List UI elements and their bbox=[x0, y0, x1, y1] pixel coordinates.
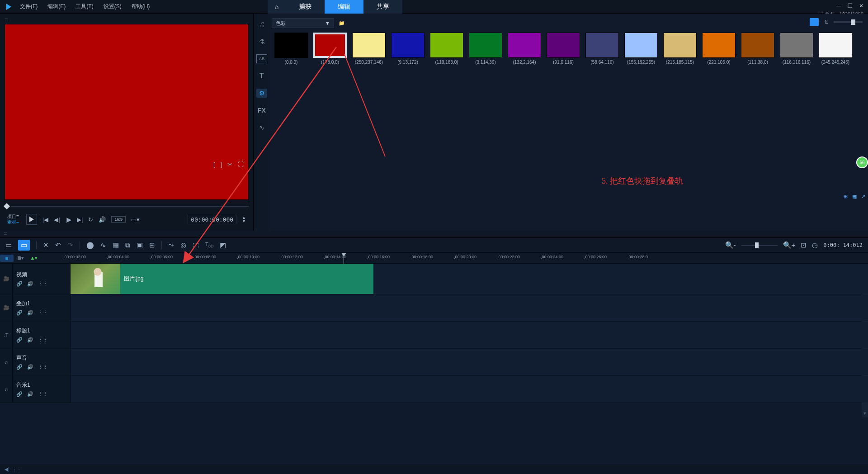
multicam-icon[interactable]: ◎ bbox=[180, 241, 186, 249]
color-swatch[interactable]: (111,38,0) bbox=[741, 33, 774, 65]
lock-icon[interactable]: ⋮⋮ bbox=[38, 391, 48, 397]
color-swatch[interactable]: (155,192,255) bbox=[624, 33, 658, 65]
library-category-dropdown[interactable]: 色彩 ▼ bbox=[272, 18, 334, 28]
preview-scrubber[interactable] bbox=[5, 203, 249, 210]
scrub-track[interactable] bbox=[11, 206, 249, 207]
play-button[interactable] bbox=[26, 214, 37, 225]
clock-icon[interactable]: ◷ bbox=[812, 241, 818, 249]
audio-mixer-icon[interactable]: ∿ bbox=[100, 241, 106, 249]
timeline-ruler[interactable]: ,00:00:02:00,00:00:04:00,00:00:06:00,00:… bbox=[41, 253, 868, 264]
track-type-icon[interactable]: 🎥 bbox=[0, 264, 13, 294]
layout-b-icon[interactable]: ▦ bbox=[852, 194, 857, 199]
motion-track-icon[interactable]: ⤳ bbox=[168, 241, 174, 249]
mute-icon[interactable]: 🔊 bbox=[27, 337, 33, 343]
marker-toggle-icon[interactable]: ▲▾ bbox=[27, 255, 41, 261]
color-swatch[interactable]: (215,185,115) bbox=[663, 33, 697, 65]
zoom-out-icon[interactable]: 🔍- bbox=[725, 241, 736, 249]
tab-home[interactable]: ⌂ bbox=[268, 0, 286, 14]
display-opts-icon[interactable]: ▭▾ bbox=[131, 216, 140, 223]
timeline-view-icon[interactable]: ▭ bbox=[18, 240, 30, 251]
redo-icon[interactable]: ↷ bbox=[67, 241, 73, 249]
swatch-box[interactable] bbox=[741, 33, 774, 58]
link-icon[interactable]: 🔗 bbox=[16, 391, 23, 397]
timecode-stepper-icon[interactable]: ▲▼ bbox=[242, 216, 246, 223]
color-swatch[interactable]: (58,64,116) bbox=[585, 33, 619, 65]
lib-graphic-icon[interactable]: ⚙ bbox=[256, 89, 267, 98]
undo-icon[interactable]: ↶ bbox=[55, 241, 61, 249]
menu-edit[interactable]: 编辑(E) bbox=[47, 3, 66, 10]
prev-frame-icon[interactable]: ◀| bbox=[54, 216, 60, 223]
lock-icon[interactable]: ⋮⋮ bbox=[38, 281, 48, 287]
tab-edit[interactable]: 编辑 bbox=[325, 0, 363, 14]
color-swatch[interactable]: (132,2,164) bbox=[508, 33, 541, 65]
go-start-icon[interactable]: |◀ bbox=[42, 216, 48, 223]
fullscreen-icon[interactable]: ⛶ bbox=[238, 161, 244, 168]
swatch-box[interactable] bbox=[819, 33, 852, 58]
3d-title-icon[interactable]: T3D bbox=[205, 242, 213, 248]
color-swatch[interactable]: (250,237,146) bbox=[352, 33, 386, 65]
mute-icon[interactable]: 🔊 bbox=[27, 281, 33, 287]
fit-project-icon[interactable]: ⊡ bbox=[801, 241, 807, 249]
lib-text-icon[interactable]: T bbox=[256, 71, 267, 81]
color-swatch[interactable]: (91,0,116) bbox=[547, 33, 580, 65]
timeline-clip[interactable]: 图片.jpg bbox=[71, 264, 373, 294]
lib-fx-icon[interactable]: FX bbox=[256, 106, 267, 115]
track-type-icon[interactable]: .T bbox=[0, 322, 13, 348]
floating-badge[interactable]: 56 bbox=[856, 156, 868, 168]
thumbnail-view-icon[interactable] bbox=[810, 18, 819, 26]
loop-icon[interactable]: ↻ bbox=[88, 216, 93, 223]
lib-media-icon[interactable]: 🖨 bbox=[256, 20, 267, 29]
split-clip-icon[interactable]: ✂ bbox=[227, 161, 232, 168]
lock-icon[interactable]: ⋮⋮ bbox=[38, 310, 48, 316]
swatch-box[interactable] bbox=[624, 33, 658, 58]
timeline-timecode[interactable]: 0:00: 14:012 bbox=[823, 242, 863, 248]
subtitle-icon[interactable]: ⊞ bbox=[149, 241, 155, 249]
swatch-box[interactable] bbox=[663, 33, 697, 58]
scrub-handle-icon[interactable] bbox=[4, 203, 10, 209]
link-icon[interactable]: 🔗 bbox=[16, 337, 23, 343]
track-header[interactable]: 声音🔗🔊⋮⋮ bbox=[13, 349, 71, 375]
thumbnail-size-slider[interactable] bbox=[834, 21, 863, 23]
link-icon[interactable]: 🔗 bbox=[16, 364, 23, 370]
popout-icon[interactable]: ↗ bbox=[861, 194, 865, 199]
track-header[interactable]: 音乐1🔗🔊⋮⋮ bbox=[13, 376, 71, 403]
preview-canvas[interactable] bbox=[5, 24, 249, 200]
swatch-box[interactable] bbox=[508, 33, 541, 58]
sort-icon[interactable]: ⇅ bbox=[824, 19, 828, 25]
swatch-box[interactable] bbox=[469, 33, 502, 58]
zoom-slider[interactable] bbox=[741, 245, 778, 246]
mute-icon[interactable]: 🔊 bbox=[27, 364, 33, 370]
scroll-left-icon[interactable]: ◀| bbox=[5, 467, 9, 472]
lib-title-icon[interactable]: AB bbox=[256, 54, 267, 63]
tools-icon[interactable]: ✕ bbox=[43, 241, 49, 249]
color-swatch[interactable]: (0,0,0) bbox=[274, 33, 308, 65]
swatch-box[interactable] bbox=[585, 33, 619, 58]
record-icon[interactable]: ⬤ bbox=[86, 241, 94, 249]
storyboard-view-icon[interactable]: ▭ bbox=[5, 241, 12, 249]
lib-transition-icon[interactable]: ⚗ bbox=[256, 37, 267, 46]
swatch-box[interactable] bbox=[430, 33, 463, 58]
link-icon[interactable]: 🔗 bbox=[16, 281, 23, 287]
preview-timecode[interactable]: 00:00:00:000 bbox=[188, 215, 236, 224]
chapter-icon[interactable]: ▣ bbox=[137, 241, 143, 249]
open-folder-icon[interactable]: 📁 bbox=[339, 20, 345, 26]
link-icon[interactable]: 🔗 bbox=[16, 310, 23, 316]
panel-grip-icon[interactable]: :::::::: bbox=[0, 231, 868, 236]
track-header[interactable]: 叠加1🔗🔊⋮⋮ bbox=[13, 294, 71, 321]
menu-file[interactable]: 文件(F) bbox=[20, 3, 38, 10]
next-frame-icon[interactable]: |▶ bbox=[66, 216, 71, 223]
mask-icon[interactable]: ◩ bbox=[220, 241, 226, 249]
track-header[interactable]: 视频🔗🔊⋮⋮ bbox=[13, 264, 71, 294]
restore-icon[interactable]: ❐ bbox=[848, 3, 853, 9]
panel-grip-icon[interactable]: :::::::: bbox=[5, 17, 249, 22]
menu-help[interactable]: 帮助(H) bbox=[132, 3, 150, 10]
close-icon[interactable]: ✕ bbox=[859, 3, 863, 9]
swatch-box[interactable] bbox=[702, 33, 736, 58]
preview-mode-labels[interactable]: 项目= 素材= bbox=[7, 214, 19, 225]
lock-icon[interactable]: ⋮⋮ bbox=[38, 337, 48, 343]
tab-share[interactable]: 共享 bbox=[363, 0, 402, 14]
zoom-in-icon[interactable]: 🔍+ bbox=[783, 241, 796, 249]
scroll-handle-icon[interactable]: ⋮⋮ bbox=[12, 467, 21, 472]
swatch-box[interactable] bbox=[780, 33, 813, 58]
aspect-badge[interactable]: 16:9 bbox=[111, 216, 126, 223]
